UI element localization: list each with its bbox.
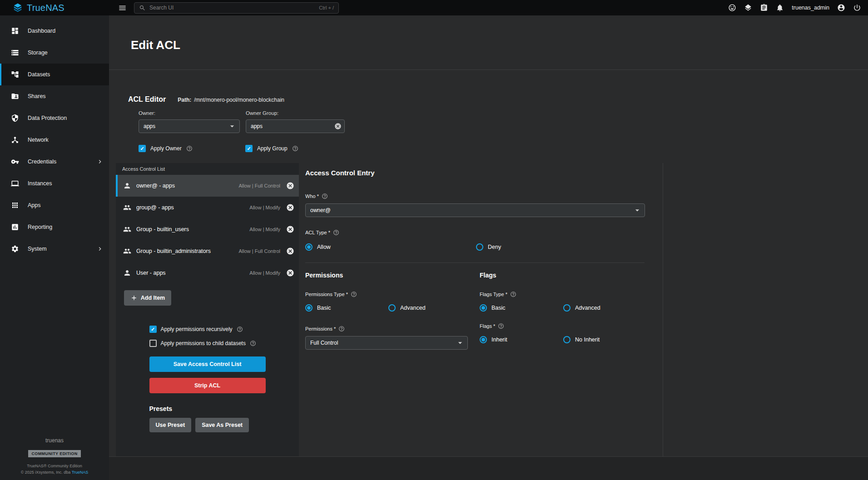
acl-type-radio-allow[interactable]: Allow <box>305 243 476 251</box>
checkbox-checked-icon[interactable] <box>139 145 146 152</box>
permissions-select[interactable]: Full Control <box>305 336 468 350</box>
alerts-bell-icon[interactable] <box>776 4 784 12</box>
help-icon[interactable] <box>292 145 298 152</box>
remove-entry-icon[interactable] <box>286 247 294 255</box>
owner-select[interactable]: apps <box>139 119 240 133</box>
flags-heading: Flags <box>480 272 645 279</box>
apply-group-checkbox[interactable]: Apply Group <box>245 145 352 152</box>
sidebar-item-network[interactable]: Network <box>0 129 109 151</box>
help-icon[interactable] <box>322 193 328 199</box>
help-icon[interactable] <box>338 326 345 332</box>
sidebar-item-dashboard[interactable]: Dashboard <box>0 20 109 42</box>
radio-selected-icon[interactable] <box>480 336 487 343</box>
remove-entry-icon[interactable] <box>286 182 294 190</box>
clear-icon[interactable] <box>334 123 342 130</box>
remove-entry-icon[interactable] <box>286 225 294 233</box>
acl-entry-name: owner@ - apps <box>136 183 175 189</box>
global-search[interactable]: Ctrl + / <box>134 2 339 14</box>
edition-text: TrueNAS® Community Edition <box>0 464 109 468</box>
sidebar-item-apps[interactable]: Apps <box>0 194 109 216</box>
dropdown-arrow-icon <box>456 338 465 347</box>
checkbox-checked-icon[interactable] <box>245 145 253 152</box>
sidebar-item-system[interactable]: System <box>0 238 109 260</box>
datasets-tree-icon <box>11 70 19 79</box>
dropdown-arrow-icon <box>633 206 642 215</box>
power-icon[interactable] <box>853 4 861 12</box>
radio-selected-icon[interactable] <box>305 304 312 312</box>
sidebar-item-datasets[interactable]: Datasets <box>0 64 109 85</box>
radio-unselected-icon[interactable] <box>563 304 570 312</box>
radio-unselected-icon[interactable] <box>388 304 396 312</box>
permissions-section: Permissions Permissions Type * Basic <box>305 272 480 350</box>
radio-unselected-icon[interactable] <box>563 336 570 343</box>
use-preset-button[interactable]: Use Preset <box>149 418 192 432</box>
jobs-layers-icon[interactable] <box>744 4 752 12</box>
who-select[interactable]: owner@ <box>305 203 645 217</box>
radio-label: No Inherit <box>575 336 600 343</box>
permissions-type-radio-advanced[interactable]: Advanced <box>388 304 426 312</box>
sidebar-item-reporting[interactable]: Reporting <box>0 216 109 238</box>
sidebar-item-credentials[interactable]: Credentials <box>0 151 109 173</box>
search-icon <box>139 5 146 11</box>
shares-folder-icon <box>11 92 19 100</box>
acl-entry-permission: Allow | Modify <box>249 205 280 210</box>
child-datasets-checkbox[interactable]: Apply permissions to child datasets <box>149 340 266 347</box>
save-acl-button[interactable]: Save Access Control List <box>149 356 266 372</box>
help-icon[interactable] <box>333 229 339 236</box>
radio-unselected-icon[interactable] <box>476 243 483 251</box>
help-icon[interactable] <box>510 291 516 297</box>
remove-entry-icon[interactable] <box>286 203 294 212</box>
owner-group-input[interactable]: apps <box>246 119 345 133</box>
feedback-smiley-icon[interactable] <box>728 4 736 12</box>
strip-acl-button[interactable]: Strip ACL <box>149 378 266 393</box>
help-icon[interactable] <box>498 323 504 329</box>
help-icon[interactable] <box>186 145 193 152</box>
sidebar-item-label: Storage <box>28 49 48 56</box>
sidebar-item-shares[interactable]: Shares <box>0 85 109 107</box>
flags-type-radio-advanced[interactable]: Advanced <box>563 304 600 312</box>
acl-entry-row[interactable]: group@ - apps Allow | Modify <box>116 197 299 218</box>
sidebar-item-data-protection[interactable]: Data Protection <box>0 107 109 129</box>
sidebar-item-storage[interactable]: Storage <box>0 42 109 64</box>
remove-entry-icon[interactable] <box>286 269 294 277</box>
credentials-key-icon <box>11 158 19 166</box>
child-datasets-label: Apply permissions to child datasets <box>161 340 246 346</box>
save-as-preset-button[interactable]: Save As Preset <box>195 418 249 432</box>
radio-label: Basic <box>491 305 506 311</box>
truenas-logo[interactable]: TrueNAS <box>0 3 109 13</box>
owner-label: Owner: <box>139 110 240 116</box>
sidebar-item-instances[interactable]: Instances <box>0 173 109 194</box>
acl-entry-row[interactable]: Group - builtin_administrators Allow | F… <box>116 240 299 262</box>
apply-owner-checkbox[interactable]: Apply Owner <box>139 145 245 152</box>
checkbox-checked-icon[interactable] <box>149 326 157 333</box>
tasks-clipboard-icon[interactable] <box>760 4 768 12</box>
help-icon[interactable] <box>351 291 357 297</box>
search-input[interactable] <box>149 5 315 11</box>
help-icon[interactable] <box>237 326 243 332</box>
acl-entry-row[interactable]: User - apps Allow | Modify <box>116 262 299 284</box>
acl-entry-row[interactable]: owner@ - apps Allow | Full Control <box>116 175 299 197</box>
path-value: /mnt/monero-pool/monero-blockchain <box>194 97 284 103</box>
group-icon <box>123 247 131 255</box>
acl-entry-row[interactable]: Group - builtin_users Allow | Modify <box>116 218 299 240</box>
network-hub-icon <box>11 136 19 144</box>
permissions-type-radio-basic[interactable]: Basic <box>305 304 388 312</box>
flags-type-radio-basic[interactable]: Basic <box>480 304 563 312</box>
flags-radio-inherit[interactable]: Inherit <box>480 336 563 343</box>
flags-section: Flags Flags Type * Basic <box>480 272 645 350</box>
user-avatar-icon[interactable] <box>837 4 845 12</box>
acl-type-radio-deny[interactable]: Deny <box>476 243 501 251</box>
radio-selected-icon[interactable] <box>480 304 487 312</box>
main-content: Edit ACL ACL Editor Path: /mnt/monero-po… <box>109 15 868 480</box>
menu-icon[interactable] <box>118 4 127 12</box>
who-value: owner@ <box>310 207 331 213</box>
truenas-link[interactable]: TrueNAS <box>72 470 89 475</box>
add-item-button[interactable]: Add Item <box>124 290 171 306</box>
radio-selected-icon[interactable] <box>305 243 312 251</box>
checkbox-unchecked-icon[interactable] <box>149 340 157 347</box>
flags-radio-no-inherit[interactable]: No Inherit <box>563 336 600 343</box>
help-icon[interactable] <box>250 340 256 346</box>
sidebar-item-label: Apps <box>28 202 41 208</box>
recursive-checkbox[interactable]: Apply permissions recursively <box>149 326 266 333</box>
acl-entry-name: User - apps <box>136 270 166 276</box>
